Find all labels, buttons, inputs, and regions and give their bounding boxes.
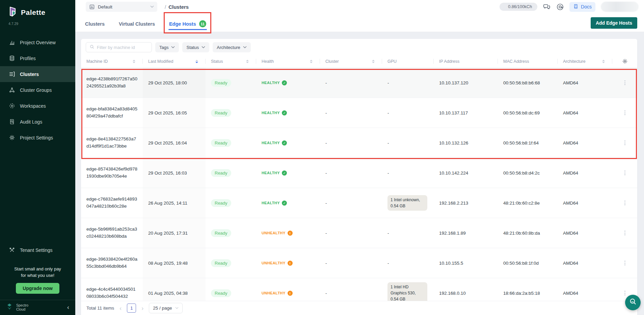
search-input[interactable]: [97, 45, 148, 50]
chevron-down-icon: [202, 46, 205, 49]
tab-clusters[interactable]: Clusters: [84, 14, 105, 32]
mac-address-cell: 00:50:56:b8:1f:0d: [498, 248, 558, 278]
machine-id-cell[interactable]: edge-4238b891f7267a5024295521a92b3fa8: [81, 68, 143, 98]
column-header-architecture[interactable]: Architecture: [558, 55, 612, 68]
filter-dropdown-status[interactable]: Status: [182, 42, 209, 52]
row-actions-kebab-icon[interactable]: [623, 169, 627, 177]
sidebar-item-audit-logs[interactable]: Audit Logs: [0, 114, 75, 130]
machine-id-cell[interactable]: edge-857438426ef9d9781930dbe90b705e4e: [81, 158, 143, 188]
table-row[interactable]: edge-4c4c4544003450108033b6c04f50443201 …: [81, 278, 637, 301]
row-actions-cell: [612, 158, 637, 188]
upgrade-now-button[interactable]: Upgrade now: [16, 283, 59, 294]
machine-id-cell[interactable]: edge-bfa83842a83d8405804f29a47ddbafcf: [81, 98, 143, 128]
row-actions-cell: [612, 218, 637, 248]
table-row[interactable]: edge-c76832aefe914893047a48210b60c28e26 …: [81, 188, 637, 218]
compass-at-icon[interactable]: [556, 3, 564, 11]
column-settings-gear-icon[interactable]: [612, 55, 637, 68]
row-actions-kebab-icon[interactable]: [623, 289, 627, 297]
machine-id-cell[interactable]: edge-4c4c4544003450108033b6c04f504432: [81, 278, 143, 301]
status-cell: Ready: [206, 188, 256, 218]
table-row[interactable]: edge-857438426ef9d9781930dbe90b705e4e29 …: [81, 158, 637, 188]
row-actions-kebab-icon[interactable]: [623, 139, 627, 147]
column-header-status[interactable]: Status: [206, 55, 256, 68]
row-actions-kebab-icon[interactable]: [623, 79, 627, 86]
gpu-cell: 1 Intel unknown, 0.54 GB: [382, 188, 434, 218]
sidebar-item-cluster-groups[interactable]: Cluster Groups: [0, 82, 75, 98]
filter-dropdown-tags[interactable]: Tags: [155, 42, 179, 52]
table-row[interactable]: edge-8e41384227563a7d14df9f1d1ac73bbe29 …: [81, 128, 637, 158]
support-chat-button[interactable]: [625, 295, 641, 310]
tab-edge-hosts[interactable]: Edge Hosts 11: [168, 14, 207, 32]
sort-carets-icon[interactable]: [133, 60, 139, 63]
table-body: edge-4238b891f7267a5024295521a92b3fa829 …: [81, 68, 637, 301]
chevron-down-icon: [150, 5, 154, 8]
add-edge-hosts-button[interactable]: Add Edge Hosts: [591, 17, 637, 29]
workspaces-icon: [8, 103, 15, 109]
audit-logs-icon: [8, 119, 15, 125]
sort-carets-icon[interactable]: [372, 60, 379, 63]
column-header-machine-id[interactable]: Machine ID: [81, 55, 143, 68]
cluster-groups-icon: [8, 87, 15, 94]
sidebar-item-project-overview[interactable]: Project Overview: [0, 34, 75, 50]
table-row[interactable]: edge-bfa83842a83d8405804f29a47ddbafcf29 …: [81, 98, 637, 128]
ip-address-cell: 10.10.132.126: [434, 128, 498, 158]
mac-address-cell: 00:50:56:b8:d4:2c: [498, 158, 558, 188]
mac-address-cell: 48:21:0b:60:c2:8e: [498, 188, 558, 218]
ip-address-cell: 10.10.142.224: [434, 158, 498, 188]
table-row[interactable]: edge-396338420e4f260a55c3bbd046db9b6408 …: [81, 248, 637, 278]
machine-id-cell[interactable]: edge-c76832aefe914893047a48210b60c28e: [81, 188, 143, 218]
row-actions-kebab-icon[interactable]: [623, 229, 627, 237]
row-actions-kebab-icon[interactable]: [623, 109, 627, 116]
edge-hosts-table: Machine IDLast ModifiedStatusHealthClust…: [81, 55, 637, 301]
row-actions-kebab-icon[interactable]: [623, 199, 627, 207]
sidebar-collapse-icon[interactable]: ‹: [67, 304, 69, 310]
table-row[interactable]: edge-4238b891f7267a5024295521a92b3fa829 …: [81, 68, 637, 98]
sort-carets-icon[interactable]: [310, 60, 317, 63]
cluster-cell: -: [320, 188, 382, 218]
sidebar-item-profiles[interactable]: Profiles: [0, 50, 75, 66]
breadcrumb-label[interactable]: Clusters: [168, 4, 189, 10]
total-items-label: Total 11 items: [86, 306, 114, 311]
table-row[interactable]: edge-5b96f691ab253ca3c02448210b608bda20 …: [81, 218, 637, 248]
sort-carets-icon[interactable]: [195, 60, 202, 63]
sidebar-item-clusters[interactable]: Clusters: [0, 66, 75, 82]
topbar: Default / Clusters 0.86/100kCh: [75, 0, 644, 14]
sort-carets-icon[interactable]: [602, 60, 609, 63]
column-header-cluster[interactable]: Cluster: [320, 55, 382, 68]
app-name: Palette: [21, 8, 45, 17]
chat-bubbles-icon[interactable]: [543, 3, 551, 10]
column-header-health[interactable]: Health: [256, 55, 320, 68]
machine-id-cell[interactable]: edge-396338420e4f260a55c3bbd046db9b64: [81, 248, 143, 278]
sidebar-item-tenant-settings[interactable]: Tenant Settings: [0, 242, 75, 258]
tab-virtual-clusters[interactable]: Virtual Clusters: [118, 14, 156, 32]
sort-carets-icon[interactable]: [246, 60, 253, 63]
gpu-cell: -: [382, 218, 434, 248]
machine-id-cell[interactable]: edge-5b96f691ab253ca3c02448210b608bda: [81, 218, 143, 248]
topbar-actions: 0.86/100kCh: [500, 2, 639, 12]
mac-address-cell: 48:21:0b:60:8b:da: [498, 218, 558, 248]
chevron-down-icon: [175, 307, 179, 309]
next-page-icon[interactable]: ›: [141, 305, 144, 311]
row-actions-kebab-icon[interactable]: [623, 259, 627, 267]
filter-dropdown-architecture[interactable]: Architecture: [213, 42, 250, 52]
docs-button[interactable]: Docs: [569, 2, 595, 12]
column-header-last-modified[interactable]: Last Modified: [143, 55, 206, 68]
prev-page-icon[interactable]: ‹: [119, 305, 122, 311]
last-modified-cell: 20 Aug 2025, 17:31: [143, 218, 206, 248]
gpu-cell: -: [382, 68, 434, 98]
status-badge: Ready: [211, 259, 231, 267]
sidebar-item-workspaces[interactable]: Workspaces: [0, 98, 75, 114]
column-header-mac-address: MAC Address: [498, 55, 558, 68]
machine-id-cell[interactable]: edge-8e41384227563a7d14df9f1d1ac73bbe: [81, 128, 143, 158]
row-actions-cell: [612, 68, 637, 98]
chevron-down-icon: [243, 46, 247, 49]
sidebar-footer: Spectro Cloud ‹: [0, 300, 75, 315]
gpu-cell: -: [382, 98, 434, 128]
project-selector[interactable]: Default: [86, 2, 157, 12]
page-size-select[interactable]: 25 / page: [149, 303, 182, 313]
sidebar-item-project-settings[interactable]: Project Settings: [0, 130, 75, 146]
upgrade-promo: Start small and only pay for what you us…: [0, 266, 75, 300]
current-page-button[interactable]: 1: [127, 304, 136, 313]
content-area: TagsStatusArchitecture Machine IDLast Mo…: [75, 32, 644, 315]
user-menu-blurred[interactable]: [601, 2, 639, 12]
